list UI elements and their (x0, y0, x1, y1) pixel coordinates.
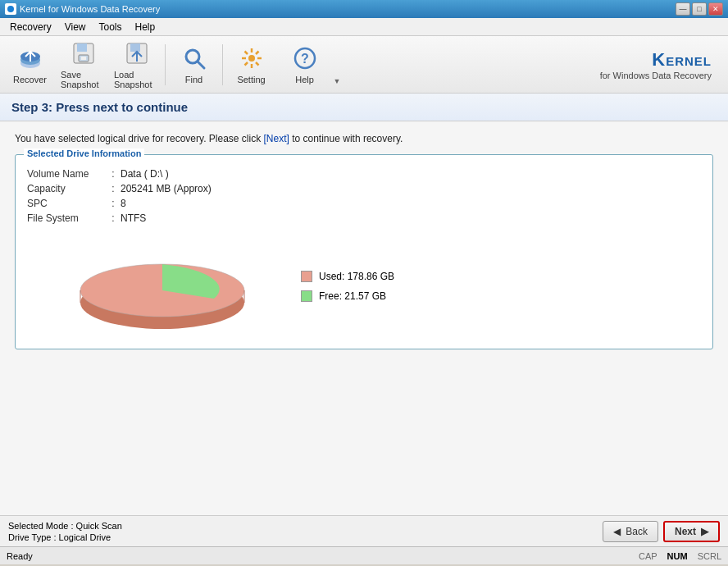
cap-indicator: CAP (639, 551, 657, 561)
recover-label: Recover (13, 75, 47, 84)
minimize-button[interactable]: — (676, 2, 690, 16)
selected-mode-label: Selected Mode (8, 521, 68, 531)
svg-line-22 (244, 62, 248, 66)
drive-info-legend: Selected Drive Information (24, 148, 144, 158)
used-label: Used: 178.86 GB (319, 271, 394, 282)
load-snapshot-button[interactable]: Load Snapshot (110, 39, 163, 90)
next-arrow-icon: ▶ (701, 526, 708, 537)
selected-mode-row: Selected Mode : Quick Scan (8, 521, 603, 531)
drive-type-value: Logical Drive (59, 532, 111, 542)
keyboard-indicators: CAP NUM SCRL (639, 551, 721, 561)
save-snapshot-button[interactable]: Save Snapshot (57, 39, 110, 90)
main-content: You have selected logical drive for reco… (0, 121, 728, 515)
brand-name: Kernel (600, 49, 712, 71)
chart-area: Used: 178.86 GB Free: 21.57 GB (27, 237, 701, 335)
spc-value: 8 (121, 198, 701, 209)
svg-line-20 (256, 62, 259, 66)
filesystem-label: File System (27, 212, 109, 224)
setting-icon (239, 45, 265, 71)
selected-mode-value: Quick Scan (76, 521, 122, 531)
status-bar: Selected Mode : Quick Scan Drive Type : … (0, 515, 728, 546)
svg-rect-6 (77, 43, 87, 52)
volume-name-value: Data ( D:\ ) (121, 168, 701, 180)
next-button[interactable]: Next ▶ (663, 521, 720, 542)
drive-type-row: Drive Type : Logical Drive (8, 532, 603, 542)
toolbar-separator-2 (222, 44, 223, 85)
next-label: Next (675, 526, 696, 537)
window-controls: — □ ✕ (676, 2, 723, 16)
find-label: Find (185, 75, 202, 84)
capacity-label: Capacity (27, 183, 109, 194)
drive-info-box: Selected Drive Information Volume Name :… (15, 154, 713, 349)
used-color-swatch (301, 271, 312, 282)
free-color-swatch (301, 290, 312, 302)
help-button[interactable]: ? Help (278, 39, 331, 90)
help-label: Help (295, 75, 314, 84)
volume-name-label: Volume Name (27, 168, 109, 180)
svg-rect-8 (81, 57, 86, 60)
load-snapshot-label: Load Snapshot (114, 70, 159, 89)
brand-subtitle: for Windows Data Recovery (600, 71, 712, 80)
title-bar: Kernel for Windows Data Recovery — □ ✕ (0, 0, 728, 18)
volume-name-colon: : (109, 168, 121, 180)
svg-line-19 (244, 51, 248, 54)
find-button[interactable]: Find (167, 39, 221, 90)
setting-label: Setting (237, 75, 265, 84)
toolbar-dropdown[interactable]: ▼ (331, 39, 343, 90)
close-button[interactable]: ✕ (708, 2, 723, 16)
save-snapshot-icon (71, 40, 97, 66)
brand: Kernel for Windows Data Recovery (600, 49, 725, 80)
capacity-colon: : (109, 183, 121, 194)
chart-legend: Used: 178.86 GB Free: 21.57 GB (301, 271, 394, 302)
num-indicator: NUM (667, 551, 688, 561)
instruction-text: You have selected logical drive for reco… (15, 133, 713, 144)
legend-free: Free: 21.57 GB (301, 290, 394, 302)
window-title: Kernel for Windows Data Recovery (20, 4, 676, 14)
legend-used: Used: 178.86 GB (301, 271, 394, 282)
svg-rect-10 (130, 43, 140, 52)
capacity-value: 205241 MB (Approx) (121, 183, 701, 194)
back-arrow-icon: ◀ (613, 526, 621, 537)
spc-label: SPC (27, 198, 109, 209)
spc-colon: : (109, 198, 121, 209)
app-icon (5, 3, 16, 15)
scrl-indicator: SCRL (698, 551, 721, 561)
svg-line-21 (256, 51, 259, 54)
menu-tools[interactable]: Tools (92, 20, 128, 34)
filesystem-value: NTFS (121, 212, 701, 224)
ready-status: Ready (7, 551, 622, 561)
status-info: Selected Mode : Quick Scan Drive Type : … (8, 521, 603, 542)
svg-text:?: ? (301, 52, 309, 66)
load-snapshot-icon (124, 40, 150, 66)
maximize-button[interactable]: □ (692, 2, 707, 16)
help-icon: ? (292, 45, 318, 71)
drive-type-label: Drive Type (8, 532, 51, 542)
next-highlight: [Next] (264, 133, 289, 144)
status-navigation: ◀ Back Next ▶ (603, 521, 720, 542)
svg-point-0 (7, 6, 14, 12)
menu-help[interactable]: Help (129, 20, 162, 34)
toolbar: Recover Save Snapshot Load Snapshot (0, 36, 728, 94)
filesystem-colon: : (109, 212, 121, 224)
svg-line-13 (198, 62, 204, 68)
save-snapshot-label: Save Snapshot (61, 70, 106, 89)
step-header: Step 3: Press next to continue (0, 94, 728, 121)
menu-recovery[interactable]: Recovery (3, 20, 58, 34)
back-button[interactable]: ◀ Back (603, 521, 658, 542)
menu-bar: Recovery View Tools Help (0, 18, 728, 36)
setting-button[interactable]: Setting (225, 39, 278, 90)
pie-chart (35, 237, 281, 335)
bottom-bar: Ready CAP NUM SCRL (0, 546, 728, 564)
svg-point-14 (248, 55, 255, 62)
free-label: Free: 21.57 GB (319, 290, 386, 302)
drive-info-table: Volume Name : Data ( D:\ ) Capacity : 20… (27, 168, 701, 224)
back-label: Back (626, 526, 648, 537)
toolbar-separator-1 (165, 44, 166, 85)
menu-view[interactable]: View (58, 20, 93, 34)
recover-icon (17, 45, 43, 71)
recover-button[interactable]: Recover (3, 39, 57, 90)
find-icon (181, 45, 207, 71)
